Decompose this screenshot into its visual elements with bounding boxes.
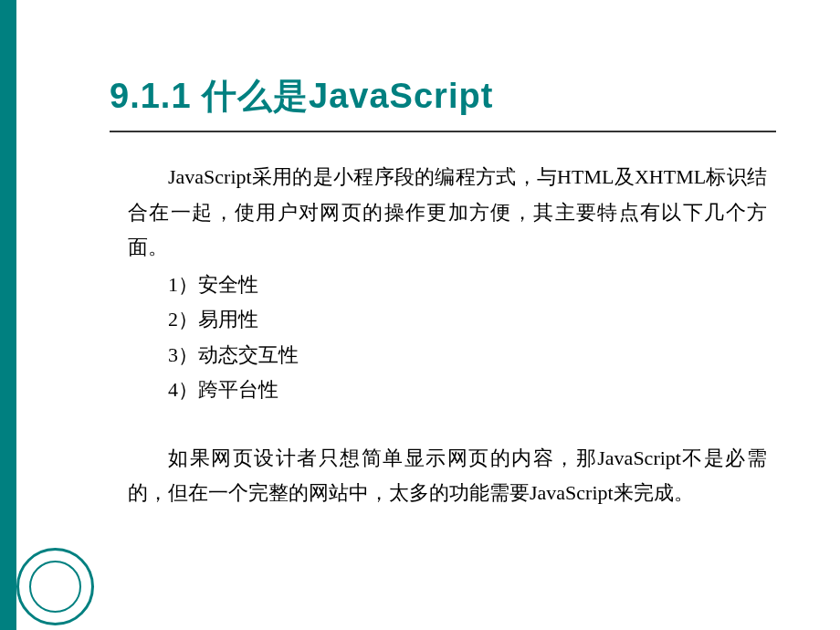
list-item: 2）易用性 xyxy=(128,302,785,338)
intro-paragraph: JavaScript采用的是小程序段的编程方式，与HTML及XHTML标识结合在… xyxy=(128,160,767,266)
conclusion-paragraph: 如果网页设计者只想简单显示网页的内容，那JavaScript不是必需的，但在一个… xyxy=(128,441,767,511)
list-item: 3）动态交互性 xyxy=(128,338,785,373)
corner-circle-inner-decoration xyxy=(29,561,81,613)
left-strip-decoration xyxy=(0,0,16,630)
list-item: 4）跨平台性 xyxy=(128,373,785,408)
list-item: 1）安全性 xyxy=(128,268,785,303)
feature-list: 1）安全性 2）易用性 3）动态交互性 4）跨平台性 xyxy=(128,268,785,408)
title-underline xyxy=(110,131,776,132)
content-area: 9.1.1 什么是JavaScript JavaScript采用的是小程序段的编… xyxy=(110,73,785,511)
slide-title: 9.1.1 什么是JavaScript xyxy=(110,73,785,120)
